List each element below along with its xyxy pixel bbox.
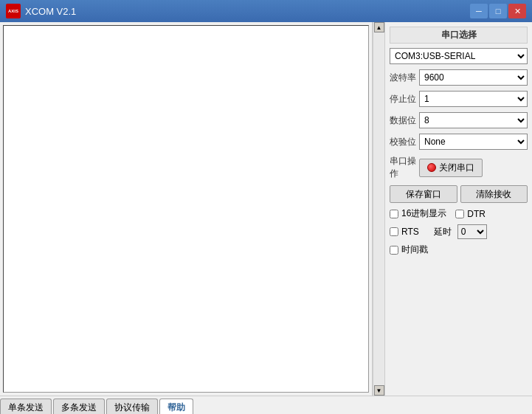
stop-select[interactable]: 1 2: [419, 91, 528, 107]
port-section-title: 串口选择: [390, 27, 528, 44]
main-container: ▲ ▼ 串口选择 COM3:USB-SERIAL 波特率 9600 19200 …: [0, 22, 532, 396]
scroll-up-arrow[interactable]: ▲: [374, 22, 384, 32]
scroll-track: [374, 32, 384, 385]
minimize-button[interactable]: ─: [470, 4, 488, 18]
left-panel: [0, 22, 373, 396]
dtr-label: DTR: [467, 209, 486, 219]
tabs-area: 单条发送 多条发送 协议传输 帮助 一、用户协议 使用该软件即默认认为您已经同意…: [0, 396, 532, 414]
delay-select[interactable]: 0 10 20 50 100: [457, 224, 487, 239]
data-row: 数据位 8 7 6 5: [390, 112, 528, 128]
parity-row: 校验位 None Odd Even: [390, 134, 528, 150]
tab-single[interactable]: 单条发送: [0, 399, 52, 414]
stop-label: 停止位: [390, 93, 419, 106]
scroll-down-arrow[interactable]: ▼: [374, 385, 384, 396]
rts-checkbox[interactable]: [390, 227, 398, 236]
port-op-row: 串口操作 关闭串口: [390, 155, 528, 180]
action-buttons-row: 保存窗口 清除接收: [390, 185, 528, 203]
baud-row: 波特率 9600 19200 38400 57600 115200: [390, 69, 528, 86]
serial-output: [3, 25, 369, 393]
tab-multi[interactable]: 多条发送: [53, 399, 105, 414]
tab-bar: 单条发送 多条发送 协议传输 帮助: [0, 396, 532, 414]
timestamp-checkbox[interactable]: [390, 246, 398, 255]
right-panel: 串口选择 COM3:USB-SERIAL 波特率 9600 19200 3840…: [384, 22, 532, 396]
app-title: XCOM V2.1: [25, 6, 470, 17]
title-bar: AXIS XCOM V2.1 ─ □ ✕: [0, 0, 532, 22]
timestamp-row: 时间戳: [390, 244, 528, 256]
data-label: 数据位: [390, 114, 419, 127]
port-select[interactable]: COM3:USB-SERIAL: [390, 48, 528, 64]
baud-label: 波特率: [390, 72, 419, 84]
app-logo: AXIS: [6, 4, 21, 18]
hex-dtr-row: 16进制显示 DTR: [390, 207, 528, 220]
close-button[interactable]: ✕: [508, 4, 526, 18]
maximize-button[interactable]: □: [489, 4, 507, 18]
tab-help[interactable]: 帮助: [159, 399, 193, 414]
window-controls: ─ □ ✕: [470, 4, 526, 18]
right-panel-wrapper: 串口选择 COM3:USB-SERIAL 波特率 9600 19200 3840…: [384, 22, 532, 396]
parity-label: 校验位: [390, 136, 419, 148]
baud-select[interactable]: 9600 19200 38400 57600 115200: [419, 69, 528, 86]
stop-row: 停止位 1 2: [390, 91, 528, 107]
tab-protocol[interactable]: 协议传输: [106, 399, 158, 414]
port-op-label: 串口操作: [390, 155, 419, 180]
dtr-checkbox[interactable]: [455, 210, 464, 218]
timestamp-label: 时间戳: [401, 244, 428, 256]
clear-recv-button[interactable]: 清除接收: [460, 185, 528, 203]
close-port-label: 关闭串口: [439, 162, 474, 174]
parity-select[interactable]: None Odd Even: [419, 134, 528, 150]
rts-delay-row: RTS 延时 0 10 20 50 100: [390, 224, 528, 239]
hex-display-label: 16进制显示: [401, 207, 446, 220]
close-port-button[interactable]: 关闭串口: [419, 159, 483, 177]
main-scrollbar: ▲ ▼: [373, 22, 384, 396]
delay-label: 延时: [434, 226, 452, 238]
hex-display-checkbox[interactable]: [390, 210, 398, 218]
rts-label: RTS: [401, 227, 419, 237]
save-window-button[interactable]: 保存窗口: [390, 185, 457, 203]
port-row: COM3:USB-SERIAL: [390, 48, 528, 64]
data-select[interactable]: 8 7 6 5: [419, 112, 528, 128]
status-indicator: [427, 163, 436, 172]
